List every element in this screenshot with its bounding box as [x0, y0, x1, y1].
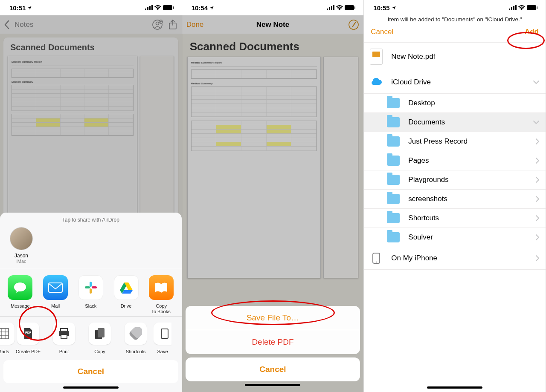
share-action-create-pdf[interactable]: PDFCreate PDF [10, 323, 46, 354]
chevron-right-icon [535, 255, 540, 262]
share-action-save[interactable]: Save [154, 323, 171, 354]
status-time: 10:55 [373, 4, 389, 12]
share-app-books[interactable]: Copy to Books [145, 275, 178, 314]
nav-bar: Done New Note [182, 15, 364, 34]
cancel-button[interactable]: Cancel [371, 28, 393, 36]
svg-rect-11 [49, 283, 62, 292]
location-icon [27, 6, 32, 10]
chevron-right-icon [535, 215, 540, 222]
share-action-copy[interactable]: Copy [82, 323, 118, 354]
print-icon [58, 328, 70, 340]
folder-row[interactable]: Documents [364, 113, 546, 132]
share-action-grids[interactable]: & Grids [0, 323, 10, 354]
share-actions-row: & Grids PDFCreate PDF Print Copy Shortcu… [0, 317, 182, 356]
svg-rect-41 [515, 5, 517, 10]
share-action-shortcuts[interactable]: Shortcuts [118, 323, 154, 354]
nav-bar: Notes [0, 15, 182, 34]
share-icon[interactable] [168, 19, 177, 30]
chevron-right-icon [535, 176, 540, 183]
home-indicator [427, 386, 482, 389]
status-time: 10:51 [9, 4, 26, 12]
shortcuts-icon [129, 327, 142, 340]
chevron-right-icon [535, 196, 540, 202]
wifi-icon [518, 5, 525, 10]
folder-row[interactable]: Soulver [364, 228, 546, 247]
chevron-down-icon [533, 80, 540, 84]
avatar [10, 227, 33, 250]
cancel-button[interactable]: Cancel [186, 357, 360, 381]
markup-icon[interactable] [348, 19, 359, 30]
share-app-drive[interactable]: Drive [110, 275, 143, 314]
folder-row[interactable]: Playgrounds [364, 170, 546, 190]
folder-row[interactable]: Just Press Record [364, 132, 546, 151]
status-icons [145, 5, 174, 10]
scanned-page-1[interactable]: Medical Summary Report Medical Summary [8, 56, 137, 239]
toolbar: Cancel Add [364, 25, 546, 42]
svg-rect-1 [147, 7, 148, 10]
share-app-message[interactable]: Message [3, 275, 37, 314]
svg-rect-0 [145, 9, 146, 10]
home-indicator [63, 386, 119, 389]
svg-rect-44 [537, 6, 537, 9]
svg-point-4 [157, 9, 158, 10]
scanned-page-2[interactable] [140, 56, 174, 239]
svg-rect-43 [527, 5, 536, 10]
svg-rect-22 [61, 329, 67, 331]
folder-icon [387, 136, 400, 147]
chevron-right-icon [535, 234, 540, 241]
status-bar: 10:55 [364, 0, 546, 15]
airdrop-contact[interactable]: Jason iMac [6, 227, 37, 264]
svg-point-46 [376, 262, 377, 263]
section-icloud-drive[interactable]: iCloud Drive [364, 71, 546, 94]
svg-rect-29 [161, 329, 168, 338]
nav-title: New Note [182, 20, 364, 29]
folder-label: Pages [408, 156, 535, 165]
home-indicator [245, 384, 300, 386]
svg-rect-24 [61, 334, 67, 339]
action-sheet: Save File To… Delete PDF Cancel [186, 306, 360, 389]
back-button[interactable]: Notes [4, 20, 33, 29]
folder-label: Just Press Record [408, 137, 535, 146]
folder-label: Documents [408, 118, 533, 127]
battery-icon [163, 5, 174, 10]
share-sheet: Tap to share with AirDrop Jason iMac Mes… [0, 213, 182, 392]
svg-rect-33 [333, 5, 334, 10]
mail-icon [48, 282, 63, 293]
share-app-slack[interactable]: Slack [74, 275, 107, 314]
svg-rect-16 [0, 329, 9, 339]
svg-text:PDF: PDF [25, 331, 32, 334]
copy-icon [94, 327, 105, 340]
status-icons [327, 5, 356, 10]
pdf-page-1[interactable]: Medical Summary Report Medical Summary [187, 57, 321, 278]
message-icon [13, 281, 27, 294]
add-button[interactable]: Add [525, 28, 539, 36]
collaborate-icon[interactable] [152, 19, 163, 30]
section-on-my-iphone[interactable]: On My iPhone [364, 247, 546, 270]
delete-pdf-button[interactable]: Delete PDF [186, 330, 360, 354]
pdf-file-icon [370, 49, 383, 65]
share-app-mail[interactable]: Mail [39, 275, 72, 314]
books-icon [154, 282, 169, 294]
folder-icon [387, 156, 400, 166]
status-bar: 10:54 [182, 0, 364, 15]
destination-message: Item will be added to "Documents" on "iC… [364, 15, 546, 25]
share-action-print[interactable]: Print [46, 323, 82, 354]
wifi-icon [154, 5, 161, 10]
grid-icon [0, 328, 9, 339]
folder-row[interactable]: Shortcuts [364, 209, 546, 228]
folder-icon [387, 117, 400, 127]
done-button[interactable]: Done [186, 20, 204, 29]
document-title: Scanned Documents [8, 43, 174, 52]
folder-label: Desktop [408, 99, 540, 107]
folder-icon [387, 194, 400, 204]
cancel-button[interactable]: Cancel [3, 360, 178, 383]
svg-point-42 [521, 9, 522, 10]
folder-row[interactable]: screenshots [364, 190, 546, 209]
svg-rect-12 [90, 282, 92, 287]
save-file-to-button[interactable]: Save File To… [186, 306, 360, 330]
location-icon [392, 6, 396, 10]
folder-row[interactable]: Pages [364, 151, 546, 170]
pdf-page-2[interactable] [323, 57, 358, 278]
folder-icon [387, 175, 400, 185]
folder-row[interactable]: Desktop [364, 94, 546, 113]
